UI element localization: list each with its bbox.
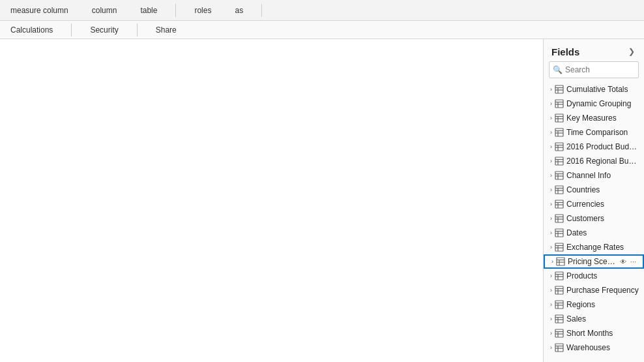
chevron-icon: › [550, 158, 552, 164]
field-eye-button[interactable]: 👁 [619, 258, 628, 265]
field-label: Currencies [566, 200, 639, 209]
toolbar-separator-2 [261, 4, 262, 17]
field-item-regions[interactable]: › Regions [544, 297, 644, 312]
field-label: Sales [566, 314, 639, 324]
chevron-icon: › [550, 215, 552, 222]
svg-rect-40 [555, 229, 563, 237]
fields-collapse-button[interactable]: ❯ [626, 46, 637, 57]
field-label: Cumulative Totals [566, 85, 639, 94]
field-item-short-months[interactable]: › Short Months [544, 326, 644, 340]
svg-rect-12 [555, 128, 563, 136]
chevron-icon: › [551, 258, 553, 265]
field-item-time-comparison[interactable]: › Time Comparison [544, 125, 644, 140]
toolbar-table[interactable]: table [135, 3, 162, 18]
field-item-products[interactable]: › Products [544, 269, 644, 283]
field-label: Key Measures [566, 113, 639, 123]
chevron-icon: › [550, 230, 552, 236]
field-label: Dates [566, 228, 639, 237]
field-item-dynamic-grouping[interactable]: › Dynamic Grouping [544, 97, 644, 111]
table-icon [555, 329, 564, 338]
field-item-cumulative-totals[interactable]: › Cumulative Totals [544, 82, 644, 97]
chevron-icon: › [550, 115, 552, 121]
field-item-dates[interactable]: › Dates [544, 226, 644, 240]
field-item-sales[interactable]: › Sales [544, 312, 644, 326]
table-icon [555, 343, 564, 352]
field-label: Countries [566, 185, 639, 194]
field-label: Channel Info [566, 171, 639, 180]
field-item-warehouses[interactable]: › Warehouses [544, 340, 644, 355]
toolbar-as[interactable]: as [229, 3, 248, 18]
toolbar-measure-column[interactable]: measure column [5, 3, 74, 18]
field-label: 2016 Product Budgets [566, 142, 639, 151]
toolbar-separator-1 [175, 4, 176, 17]
chevron-icon: › [550, 100, 552, 107]
main-area: Fields ❯ 🔍 › Cumulative Totals› Dynamic … [0, 39, 644, 362]
fields-header: Fields ❯ [544, 39, 644, 61]
fields-list: › Cumulative Totals› Dynamic Grouping› K… [544, 82, 644, 362]
sigma-icon [555, 85, 564, 94]
field-actions: 👁··· [619, 258, 637, 265]
canvas-area [0, 39, 543, 362]
svg-rect-16 [555, 143, 563, 151]
field-label: Exchange Rates [566, 243, 639, 252]
field-more-button[interactable]: ··· [629, 258, 637, 265]
field-item-purchase-frequency[interactable]: › Purchase Frequency [544, 283, 644, 297]
field-item-countries[interactable]: › Countries [544, 183, 644, 197]
sigma-icon [555, 157, 564, 166]
chevron-icon: › [550, 344, 552, 351]
field-label: Dynamic Grouping [566, 99, 639, 108]
chevron-icon: › [550, 172, 552, 179]
table-icon [555, 243, 564, 252]
chevron-icon: › [550, 143, 552, 150]
toolbar-roles[interactable]: roles [189, 3, 216, 18]
sub-toolbar-sep-1 [71, 23, 72, 37]
chevron-icon: › [550, 86, 552, 93]
toolbar-column[interactable]: column [87, 3, 123, 18]
sigma-icon [555, 113, 564, 123]
svg-rect-60 [555, 301, 563, 309]
svg-rect-24 [555, 172, 563, 179]
field-item-exchange-rates[interactable]: › Exchange Rates [544, 240, 644, 254]
svg-rect-56 [555, 286, 563, 294]
sub-toolbar: Calculations Security Share [0, 21, 644, 39]
svg-rect-8 [555, 114, 563, 122]
chevron-icon: › [550, 287, 552, 294]
fields-search-container: 🔍 [549, 61, 639, 78]
svg-rect-68 [555, 329, 563, 337]
field-item-2016-product-budgets[interactable]: › 2016 Product Budgets [544, 140, 644, 154]
svg-rect-20 [555, 157, 563, 165]
field-item-channel-info[interactable]: › Channel Info [544, 168, 644, 183]
table-icon [556, 257, 565, 266]
table-icon [555, 286, 564, 295]
field-item-key-measures[interactable]: › Key Measures [544, 111, 644, 125]
svg-rect-0 [555, 85, 563, 93]
field-label: Customers [566, 214, 639, 223]
field-label: Purchase Frequency [566, 286, 639, 295]
search-icon: 🔍 [553, 65, 563, 74]
sigma-icon [555, 128, 564, 137]
sub-toolbar-share[interactable]: Share [151, 23, 182, 37]
field-label: Products [566, 271, 639, 280]
fields-panel: Fields ❯ 🔍 › Cumulative Totals› Dynamic … [543, 39, 644, 362]
sigma-icon [555, 142, 564, 151]
sub-toolbar-calculations[interactable]: Calculations [5, 23, 58, 37]
svg-rect-52 [555, 272, 563, 280]
table-icon [555, 228, 564, 237]
chevron-icon: › [550, 330, 552, 337]
table-icon [555, 185, 564, 194]
fields-title: Fields [551, 46, 579, 57]
table-icon [555, 300, 564, 309]
field-item-customers[interactable]: › Customers [544, 211, 644, 226]
sub-toolbar-security[interactable]: Security [85, 23, 123, 37]
toolbar: measure column column table roles as [0, 0, 644, 21]
field-label: Time Comparison [566, 128, 639, 137]
sub-toolbar-sep-2 [137, 23, 138, 37]
svg-rect-36 [555, 215, 563, 222]
field-item-2016-regional-budget[interactable]: › 2016 Regional Budget [544, 154, 644, 168]
field-label: Regions [566, 300, 639, 309]
field-label: Short Months [566, 329, 639, 338]
svg-rect-4 [555, 100, 563, 108]
field-item-currencies[interactable]: › Currencies [544, 197, 644, 211]
sigma-icon [555, 99, 564, 108]
field-item-pricing-scenarios[interactable]: › Pricing Scenarios👁··· [544, 254, 644, 269]
